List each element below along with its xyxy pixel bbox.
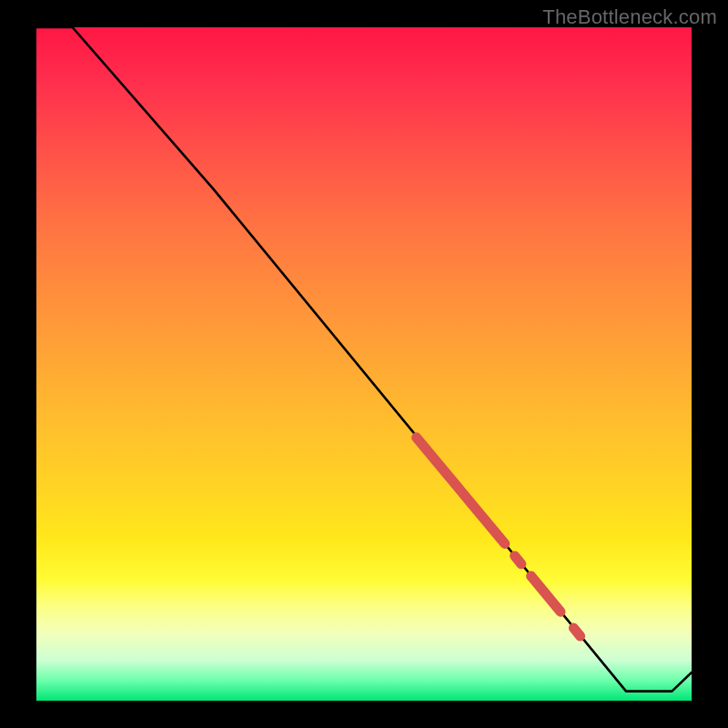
chart-area: [36, 27, 692, 701]
watermark-text: TheBottleneck.com: [542, 5, 717, 29]
chart-highlight-group: [417, 438, 581, 636]
chart-highlight-segment: [531, 576, 561, 612]
chart-highlight-segment: [573, 628, 580, 636]
chart-highlight-segment: [515, 556, 521, 564]
chart-frame: [36, 27, 692, 701]
chart-line-layer: [36, 27, 692, 701]
chart-line: [36, 27, 692, 692]
chart-highlight-segment: [417, 438, 505, 544]
